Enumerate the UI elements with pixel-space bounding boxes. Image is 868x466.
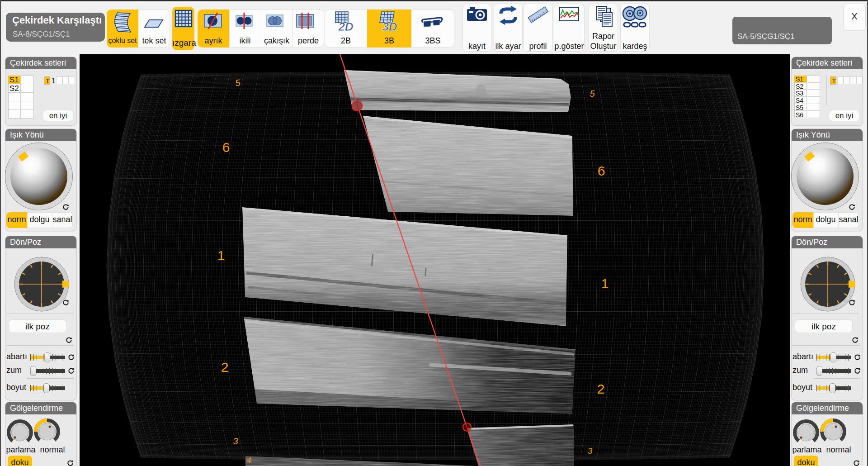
svg-text:4: 4 xyxy=(247,456,251,464)
svg-text:2: 2 xyxy=(221,360,229,375)
svg-text:1: 1 xyxy=(601,276,609,291)
svg-text:6: 6 xyxy=(222,140,230,155)
svg-text:3: 3 xyxy=(588,447,592,456)
svg-text:6: 6 xyxy=(598,163,605,178)
svg-text:5: 5 xyxy=(590,89,595,99)
svg-text:3: 3 xyxy=(233,436,238,446)
svg-text:2: 2 xyxy=(597,381,605,396)
svg-text:1: 1 xyxy=(217,248,225,263)
svg-text:2D: 2D xyxy=(338,20,353,33)
svg-text:3D: 3D xyxy=(382,20,397,33)
